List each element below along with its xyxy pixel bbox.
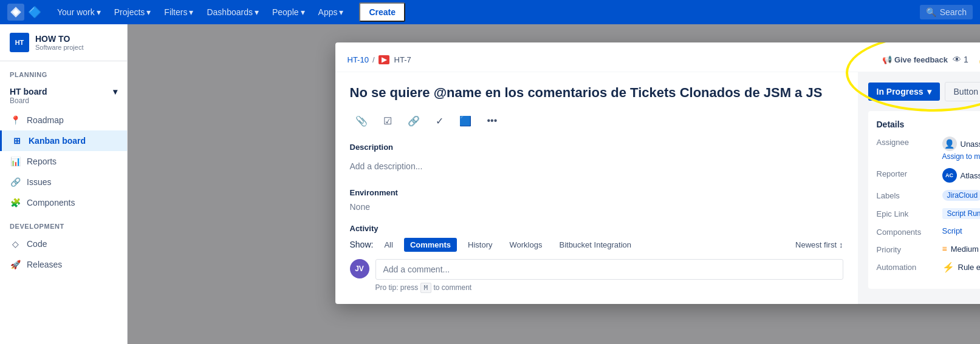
breadcrumb-child[interactable]: HT-7 (394, 55, 411, 64)
filter-comments[interactable]: Comments (404, 238, 457, 252)
code-icon: ◇ (10, 238, 21, 249)
project-icon: HT (10, 33, 29, 52)
modal-right-panel: In Progress ▾ Button Details ∧ Assignee (858, 72, 981, 304)
sort-button[interactable]: Newest first ↕ (795, 240, 843, 249)
sidebar-item-issues[interactable]: 🔗 Issues (0, 172, 127, 192)
sidebar-item-roadmap[interactable]: 📍 Roadmap (0, 110, 127, 130)
sidebar-label-code: Code (27, 239, 47, 249)
labels-row: Labels JiraCloud (877, 190, 981, 201)
current-user-avatar: JV (350, 259, 369, 278)
create-button[interactable]: Create (359, 2, 405, 22)
project-header[interactable]: HT HOW TO Software project (0, 24, 127, 61)
sidebar-item-reports[interactable]: 📊 Reports (0, 151, 127, 172)
planning-section-title: PLANNING (0, 61, 127, 82)
give-feedback-button[interactable]: 📢 Give feedback (882, 55, 948, 64)
breadcrumb-parent[interactable]: HT-10 (348, 55, 369, 64)
content-area: HT-10 / ▶ HT-7 📢 Give feedback 👁 1 (128, 24, 980, 344)
automation-row: Automation ⚡ Rule executions (877, 261, 981, 273)
pro-tip: Pro tip: press M to comment (375, 283, 843, 292)
components-label: Components (877, 226, 937, 237)
reporter-avatar: AC (942, 168, 957, 183)
issue-title: No se quiere @name en los comentarios de… (350, 84, 843, 102)
automation-value: ⚡ Rule executions (942, 261, 981, 273)
sidebar-label-roadmap: Roadmap (27, 115, 64, 125)
nav-filters[interactable]: Filters ▾ (158, 5, 199, 19)
nav-your-work[interactable]: Your work ▾ (51, 5, 107, 19)
project-name: HOW TO (35, 34, 83, 44)
status-row: In Progress ▾ Button (868, 82, 981, 101)
assignee-row: Assignee 👤 Unassigned Assign to me (877, 137, 981, 161)
nav-apps[interactable]: Apps ▾ (312, 5, 350, 19)
environment-label: Environment (350, 188, 843, 197)
assignee-label: Assignee (877, 137, 937, 147)
board-subtype: Board (10, 96, 117, 105)
action-button[interactable]: Button (945, 82, 980, 101)
comment-input[interactable]: Add a comment... (375, 259, 843, 280)
sidebar-item-components[interactable]: 🧩 Components (0, 192, 127, 213)
labels-value[interactable]: JiraCloud (942, 190, 981, 201)
epic-link-badge[interactable]: Script Runner (942, 208, 981, 219)
search-box[interactable]: 🔍 Search (920, 5, 973, 19)
sidebar-label-components: Components (27, 198, 75, 207)
status-button[interactable]: In Progress ▾ (868, 83, 940, 101)
chevron-icon: ▾ (927, 87, 931, 96)
releases-icon: 🚀 (10, 259, 21, 270)
filter-all[interactable]: All (378, 238, 399, 252)
kanban-icon: ⊞ (12, 135, 22, 146)
like-button[interactable]: 👍 (973, 53, 980, 67)
priority-row: Priority ≡ Medium (877, 244, 981, 254)
add-description-prompt[interactable]: Add a description... (350, 157, 843, 176)
apps-button[interactable]: 🟦 (454, 112, 477, 130)
checklist-button[interactable]: ☑ (378, 112, 397, 130)
more-toolbar-button[interactable]: ••• (482, 112, 503, 130)
unassigned-icon: 👤 (942, 137, 957, 151)
filter-worklogs[interactable]: Worklogs (504, 238, 549, 252)
nav-people[interactable]: People ▾ (266, 5, 311, 19)
board-name: HT board (10, 87, 47, 96)
components-row: Components Script (877, 226, 981, 237)
reporter-row: Reporter AC Atlassian connect (877, 168, 981, 183)
mark-done-button[interactable]: ✓ (430, 112, 449, 130)
megaphone-icon: 📢 (882, 55, 892, 64)
sort-label: Newest first (795, 240, 837, 249)
assign-to-me-link[interactable]: Assign to me (942, 152, 981, 161)
filter-bitbucket[interactable]: Bitbucket Integration (553, 238, 637, 252)
watch-button[interactable]: 👁 1 (953, 55, 968, 64)
labels-label: Labels (877, 190, 937, 200)
issue-toolbar: 📎 ☑ 🔗 ✓ 🟦 ••• (350, 112, 843, 130)
reporter-value: AC Atlassian connect (942, 168, 981, 183)
activity-section: Activity Show: All Comments History Work… (350, 224, 843, 292)
filter-history[interactable]: History (462, 238, 498, 252)
top-navigation: 🔷 Your work ▾ Projects ▾ Filters ▾ Dashb… (0, 0, 980, 24)
epic-link-label: Epic Link (877, 208, 937, 218)
label-badge[interactable]: JiraCloud (942, 190, 981, 201)
eye-icon: 👁 (953, 55, 961, 64)
breadcrumb: HT-10 / ▶ HT-7 (348, 55, 882, 64)
modal-header: HT-10 / ▶ HT-7 📢 Give feedback 👁 1 (335, 42, 981, 72)
search-icon: 🔍 (926, 7, 936, 17)
dev-section-title: DEVELOPMENT (0, 213, 127, 234)
sidebar-item-releases[interactable]: 🚀 Releases (0, 254, 127, 275)
project-type: Software project (35, 44, 83, 51)
nav-projects[interactable]: Projects ▾ (108, 5, 157, 19)
epic-link-value[interactable]: Script Runner (942, 208, 981, 219)
sidebar-label-reports: Reports (27, 157, 57, 166)
sort-icon: ↕ (839, 240, 843, 249)
sidebar: HT HOW TO Software project PLANNING HT b… (0, 24, 128, 344)
logo[interactable]: 🔷 (7, 4, 41, 21)
link-button[interactable]: 🔗 (402, 112, 425, 130)
roadmap-icon: 📍 (10, 115, 21, 126)
attach-button[interactable]: 📎 (350, 112, 373, 130)
sidebar-item-code[interactable]: ◇ Code (0, 234, 127, 254)
sidebar-item-kanban[interactable]: ⊞ Kanban board (0, 130, 127, 151)
modal-actions: 📢 Give feedback 👁 1 👍 ↗ ••• (882, 52, 980, 67)
components-value[interactable]: Script (942, 226, 962, 235)
automation-icon: ⚡ (942, 261, 954, 273)
automation-label: Automation (877, 261, 937, 272)
issue-badge: ▶ (379, 55, 389, 64)
ht-board-item[interactable]: HT board ▾ Board (0, 82, 127, 110)
details-title: Details (877, 120, 905, 129)
issue-modal: HT-10 / ▶ HT-7 📢 Give feedback 👁 1 (335, 42, 981, 304)
nav-dashboards[interactable]: Dashboards ▾ (200, 5, 265, 19)
epic-link-row: Epic Link Script Runner (877, 208, 981, 219)
